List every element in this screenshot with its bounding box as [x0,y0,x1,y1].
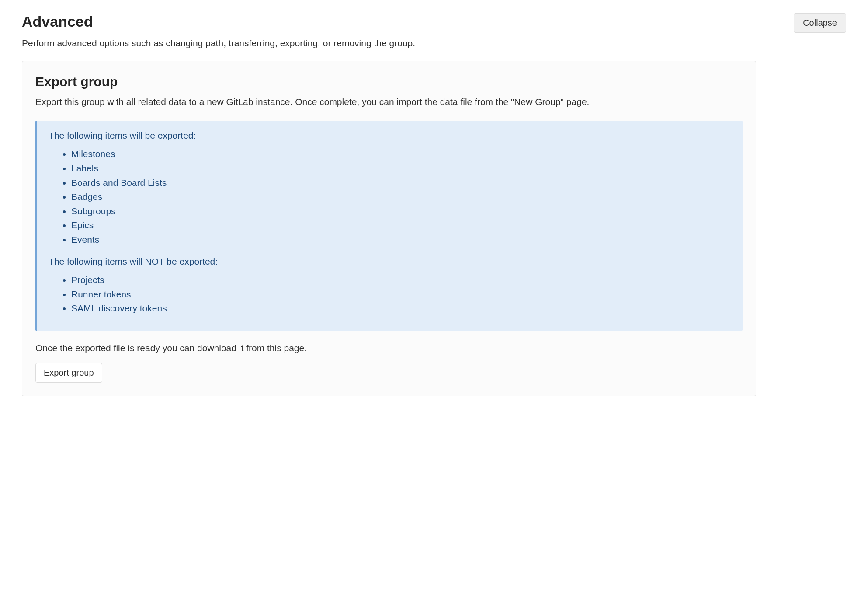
list-item: Projects [71,273,731,287]
list-item: Epics [71,218,731,233]
list-item: Events [71,233,731,247]
export-ready-text: Once the exported file is ready you can … [35,343,743,353]
list-item: Milestones [71,147,731,161]
export-info-callout: The following items will be exported: Mi… [35,121,743,330]
export-group-button[interactable]: Export group [35,363,102,383]
section-subtext: Perform advanced options such as changin… [22,38,846,49]
list-item: Subgroups [71,204,731,219]
export-group-description: Export this group with all related data … [35,95,743,108]
collapse-button[interactable]: Collapse [794,13,846,33]
list-item: Runner tokens [71,287,731,302]
not-exported-items-heading: The following items will NOT be exported… [49,256,731,267]
list-item: Labels [71,161,731,176]
export-group-title: Export group [35,74,743,89]
list-item: Badges [71,190,731,204]
list-item: Boards and Board Lists [71,176,731,190]
section-header: Advanced Collapse [22,13,846,33]
not-exported-items-list: Projects Runner tokens SAML discovery to… [49,273,731,316]
exported-items-heading: The following items will be exported: [49,130,731,141]
exported-items-list: Milestones Labels Boards and Board Lists… [49,147,731,247]
list-item: SAML discovery tokens [71,301,731,316]
section-title: Advanced [22,13,93,30]
export-group-panel: Export group Export this group with all … [22,61,756,396]
